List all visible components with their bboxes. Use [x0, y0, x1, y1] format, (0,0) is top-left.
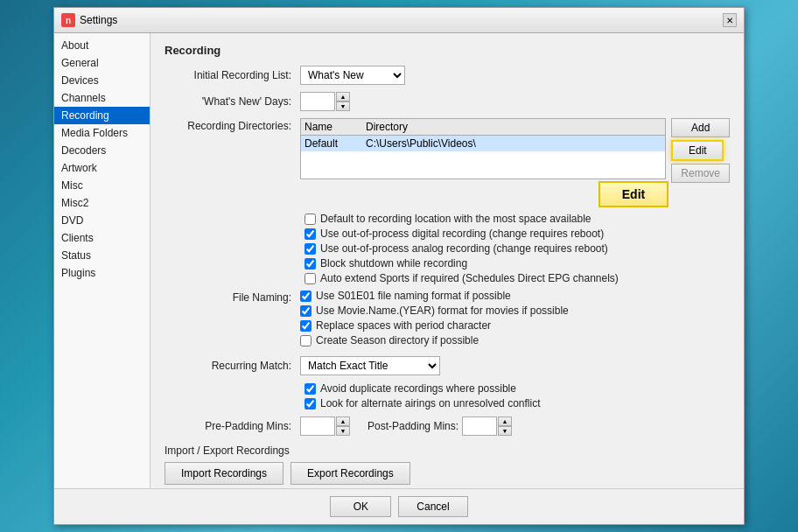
titlebar-left: n Settings	[61, 13, 117, 27]
sidebar-item-media-folders[interactable]: Media Folders	[54, 124, 150, 142]
fn-checkbox-2[interactable]	[300, 320, 312, 332]
file-naming-checkboxes: Use S01E01 file naming format if possibl…	[300, 290, 569, 349]
checkbox-row-1: Use out-of-process digital recording (ch…	[304, 228, 730, 240]
row-name: Default	[304, 137, 366, 150]
pre-padding-down[interactable]: ▼	[336, 426, 350, 436]
padding-row: Pre-Padding Mins: 1 ▲ ▼ Post-Padding Min…	[164, 416, 730, 436]
fn-checkbox-row-0: Use S01E01 file naming format if possibl…	[300, 290, 569, 302]
recurring-checkbox-label-1: Look for alternate airings on unresolved…	[320, 397, 540, 410]
sidebar-item-status[interactable]: Status	[54, 247, 150, 264]
main-panel: Recording Initial Recording List: What's…	[150, 33, 744, 488]
table-header: Name Directory	[301, 119, 665, 136]
whats-new-days-spinner: 7 ▲ ▼	[300, 92, 350, 111]
sidebar: About General Devices Channels Recording…	[54, 33, 150, 488]
top-checkboxes: Default to recording location with the m…	[164, 213, 730, 284]
content-area: About General Devices Channels Recording…	[54, 33, 744, 488]
pre-padding-spinner: 1 ▲ ▼	[300, 416, 350, 436]
fn-checkbox-3[interactable]	[300, 335, 312, 346]
post-padding-spinner-btns: ▲ ▼	[498, 416, 512, 436]
initial-recording-list-label: Initial Recording List:	[164, 69, 300, 81]
sidebar-item-recording[interactable]: Recording	[54, 107, 150, 124]
recurring-match-select[interactable]: Match Exact Title Match Any Title Match …	[300, 356, 440, 375]
checkbox-row-2: Use out-of-process analog recording (cha…	[304, 242, 730, 255]
pre-padding-up[interactable]: ▲	[336, 416, 350, 426]
sidebar-item-dvd[interactable]: DVD	[54, 212, 150, 229]
checkbox-row-4: Auto extend Sports if required (Schedule…	[304, 272, 730, 284]
edit-button[interactable]: Edit	[671, 140, 724, 161]
fn-checkbox-row-3: Create Season directory if possible	[300, 334, 569, 346]
sidebar-item-about[interactable]: About	[54, 37, 150, 54]
import-export-section: Import / Export Recordings Import Record…	[164, 444, 730, 485]
post-padding-input[interactable]: 2	[462, 416, 497, 436]
checkbox-row-0: Default to recording location with the m…	[304, 213, 730, 225]
sidebar-item-artwork[interactable]: Artwork	[54, 159, 150, 177]
ok-button[interactable]: OK	[330, 496, 391, 517]
fn-checkbox-0[interactable]	[300, 290, 312, 302]
edit-large-overlay: Edit	[164, 181, 668, 207]
recurring-match-label: Recurring Match:	[164, 360, 300, 372]
footer: OK Cancel	[54, 488, 744, 524]
whats-new-days-row: 'What's New' Days: 7 ▲ ▼	[164, 92, 730, 111]
whats-new-days-label: 'What's New' Days:	[164, 95, 300, 108]
post-padding-spinner: 2 ▲ ▼	[462, 416, 512, 436]
post-padding-up[interactable]: ▲	[498, 416, 512, 426]
settings-window: n Settings ✕ About General Devices Chann…	[53, 7, 745, 525]
checkbox-label-4: Auto extend Sports if required (Schedule…	[320, 272, 619, 284]
sidebar-item-general[interactable]: General	[54, 54, 150, 72]
fn-checkbox-label-2: Replace spaces with period character	[316, 319, 491, 332]
close-button[interactable]: ✕	[723, 13, 737, 27]
fn-checkbox-label-0: Use S01E01 file naming format if possibl…	[316, 290, 511, 302]
recurring-checkbox-1[interactable]	[304, 398, 316, 410]
sidebar-item-devices[interactable]: Devices	[54, 72, 150, 89]
window-title: Settings	[80, 14, 117, 26]
checkbox-2[interactable]	[304, 243, 316, 255]
initial-recording-list-select[interactable]: What's New All Recordings Recent	[300, 66, 405, 85]
titlebar: n Settings ✕	[54, 8, 744, 33]
directory-action-buttons: Add Edit Remove	[671, 118, 730, 183]
sidebar-item-misc2[interactable]: Misc2	[54, 194, 150, 212]
checkbox-3[interactable]	[304, 258, 316, 270]
cancel-button[interactable]: Cancel	[398, 496, 467, 517]
post-padding-down[interactable]: ▼	[498, 426, 512, 436]
remove-button[interactable]: Remove	[671, 164, 730, 183]
checkbox-label-2: Use out-of-process analog recording (cha…	[320, 242, 608, 255]
sidebar-item-misc[interactable]: Misc	[54, 177, 150, 194]
recording-directories-label: Recording Directories:	[164, 118, 300, 132]
checkbox-4[interactable]	[304, 273, 316, 284]
fn-checkbox-row-1: Use Movie.Name.(YEAR) format for movies …	[300, 304, 569, 317]
sidebar-item-clients[interactable]: Clients	[54, 229, 150, 247]
checkbox-0[interactable]	[304, 214, 316, 225]
pre-padding-label: Pre-Padding Mins:	[164, 420, 300, 432]
pre-padding-input[interactable]: 1	[300, 416, 335, 436]
recurring-checkbox-0[interactable]	[304, 383, 316, 395]
initial-recording-list-row: Initial Recording List: What's New All R…	[164, 66, 730, 85]
checkbox-label-0: Default to recording location with the m…	[320, 213, 592, 225]
sidebar-item-decoders[interactable]: Decoders	[54, 142, 150, 159]
col-dir-header: Directory	[366, 121, 662, 133]
sidebar-item-plugins[interactable]: Plugins	[54, 264, 150, 282]
checkbox-1[interactable]	[304, 228, 316, 240]
spinner-down[interactable]: ▼	[336, 102, 350, 111]
col-name-header: Name	[304, 121, 366, 133]
edit-large-button[interactable]: Edit	[598, 181, 668, 207]
add-button[interactable]: Add	[671, 118, 730, 137]
recurring-match-row: Recurring Match: Match Exact Title Match…	[164, 356, 730, 375]
file-naming-label: File Naming:	[164, 290, 300, 304]
fn-checkbox-label-1: Use Movie.Name.(YEAR) format for movies …	[316, 304, 569, 317]
sidebar-item-channels[interactable]: Channels	[54, 89, 150, 107]
import-recordings-button[interactable]: Import Recordings	[164, 462, 284, 485]
checkbox-label-1: Use out-of-process digital recording (ch…	[320, 228, 604, 240]
fn-checkbox-1[interactable]	[300, 305, 312, 317]
whats-new-days-input[interactable]: 7	[300, 92, 335, 111]
spinner-buttons: ▲ ▼	[336, 92, 350, 111]
spinner-up[interactable]: ▲	[336, 92, 350, 102]
table-row[interactable]: Default C:\Users\Public\Videos\	[301, 136, 665, 151]
pre-padding-spinner-btns: ▲ ▼	[336, 416, 350, 436]
recurring-checkbox-label-0: Avoid duplicate recordings where possibl…	[320, 382, 516, 395]
export-recordings-button[interactable]: Export Recordings	[290, 462, 410, 485]
import-export-title: Import / Export Recordings	[164, 444, 730, 457]
fn-checkbox-label-3: Create Season directory if possible	[316, 334, 479, 346]
checkbox-label-3: Block shutdown while recording	[320, 257, 467, 270]
checkbox-row-3: Block shutdown while recording	[304, 257, 730, 270]
row-directory: C:\Users\Public\Videos\	[366, 137, 662, 150]
